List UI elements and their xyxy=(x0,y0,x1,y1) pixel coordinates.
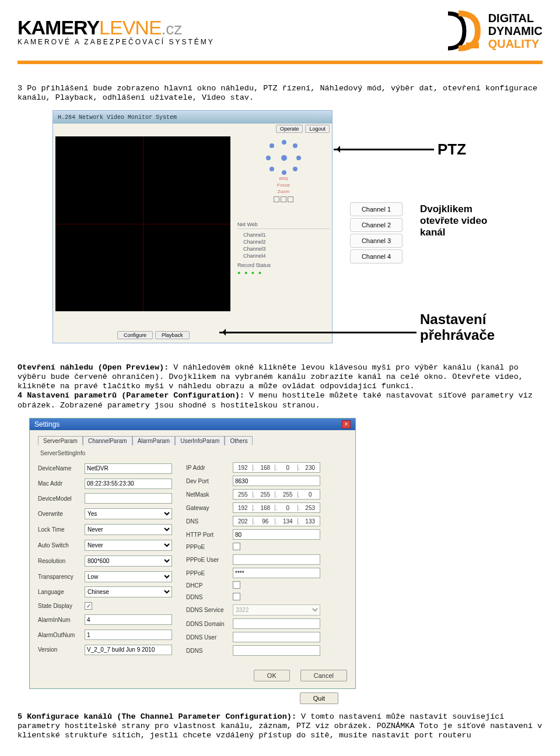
language-select[interactable]: Chinese xyxy=(85,586,172,597)
autoswitch-select[interactable]: Never xyxy=(85,540,172,551)
pppoepass-label: PPPoE xyxy=(186,570,233,576)
logo-text-cz: .cz xyxy=(162,20,183,38)
overwrite-label: Overwrite xyxy=(38,511,85,517)
window-titlebar: H.264 Network Video Monitor System xyxy=(53,111,332,124)
autoswitch-label: Auto Switch xyxy=(38,542,85,548)
httpport-field[interactable] xyxy=(233,529,320,540)
logo-text-kamery: KAMERY xyxy=(18,16,99,38)
dhcp-label: DHCP xyxy=(186,582,233,589)
ddnsuser-label: DDNS User xyxy=(186,634,233,641)
zoom-label[interactable]: Zoom xyxy=(278,189,289,194)
statedisplay-checkbox[interactable] xyxy=(85,602,92,610)
overwrite-select[interactable]: Yes xyxy=(85,508,172,519)
pppoepass-field[interactable] xyxy=(233,568,320,578)
annotation-doubleclick: Dvojklikem otevřete video kanál xyxy=(420,203,513,238)
dhcp-checkbox[interactable] xyxy=(233,581,240,589)
paragraph-3: 3 Po přihlášení bude zobrazeno hlavní ok… xyxy=(18,84,542,103)
devicemodel-field[interactable] xyxy=(85,493,172,504)
operate-button[interactable]: Operate xyxy=(276,125,303,133)
arrow-nastaveni xyxy=(219,332,416,333)
left-column: DeviceName Mac Addr DeviceModel Overwrit… xyxy=(38,462,172,656)
ddnsuser-field[interactable] xyxy=(233,632,320,642)
dns-label: DNS xyxy=(186,518,233,525)
close-icon[interactable]: × xyxy=(342,420,351,428)
pppoe-label: PPPoE xyxy=(186,544,233,550)
gateway-field[interactable]: 192.168.0.253 xyxy=(233,502,320,513)
ipaddr-field[interactable]: 192.168.0.230 xyxy=(233,462,320,473)
settings-tabs: ServerParam ChannelParam AlarmParam User… xyxy=(38,436,347,445)
ddq-icon xyxy=(432,10,485,51)
logo-text-levne: LEVNE xyxy=(99,16,162,38)
right-column: IP Addr 192.168.0.230 Dev Port NetMask 2… xyxy=(186,462,320,656)
record-status: Record Status ● ● ● ● xyxy=(237,262,271,276)
layout-icons[interactable] xyxy=(237,196,330,203)
ddns-checkbox[interactable] xyxy=(233,593,240,600)
svg-rect-0 xyxy=(466,43,479,48)
alarminnum-field[interactable] xyxy=(85,614,172,625)
devport-field[interactable] xyxy=(233,476,320,486)
pppoeuser-label: PPPoE User xyxy=(186,557,233,563)
transparency-select[interactable]: Low xyxy=(85,571,172,582)
httpport-label: HTTP Port xyxy=(186,532,233,538)
gateway-label: Gateway xyxy=(186,505,233,511)
paragraph-open-preview: Otevření náhledu (Open Preview): V náhle… xyxy=(18,363,542,410)
ddnsservice-select: 3322 xyxy=(233,604,320,616)
arrow-ptz xyxy=(334,149,434,150)
tab-alarmparam[interactable]: AlarmParam xyxy=(132,436,176,445)
devicename-field[interactable] xyxy=(85,463,172,474)
channel-tree-item[interactable]: Channel1 xyxy=(237,231,330,238)
logo-ddq: DIGITAL DYNAMIC QUALITY xyxy=(432,10,542,51)
channel-tree-item[interactable]: Channel4 xyxy=(237,252,330,259)
channel-button[interactable]: Channel 1 xyxy=(350,202,402,216)
channel-tree-item[interactable]: Channel3 xyxy=(237,245,330,252)
tab-serverparam[interactable]: ServerParam xyxy=(38,436,83,445)
logo-kamerylevne: KAMERYLEVNE.cz KAMEROVÉ A ZABEZPEČOVACÍ … xyxy=(18,16,215,46)
playback-button[interactable]: Playback xyxy=(155,331,190,339)
locktime-select[interactable]: Never xyxy=(85,524,172,535)
focus-label[interactable]: Focus xyxy=(277,182,290,188)
tab-userinfoparam[interactable]: UserInfoParam xyxy=(175,436,225,445)
netmask-field[interactable]: 255.255.255.0 xyxy=(233,489,320,500)
macaddr-label: Mac Addr xyxy=(38,480,85,487)
cancel-button[interactable]: Cancel xyxy=(300,670,347,681)
resolution-select[interactable]: 800*600 xyxy=(85,555,172,567)
page-header: KAMERYLEVNE.cz KAMEROVÉ A ZABEZPEČOVACÍ … xyxy=(0,0,560,56)
annotation-ptz: PTZ xyxy=(438,140,466,159)
channel-button[interactable]: Channel 3 xyxy=(350,234,402,248)
video-grid[interactable] xyxy=(55,136,230,311)
param-config-bold: 4 Nastavení parametrů (Parameter Configu… xyxy=(18,391,244,400)
channel-tree-item[interactable]: Channel2 xyxy=(237,238,330,245)
pppoeuser-field[interactable] xyxy=(233,554,320,565)
quit-button[interactable]: Quit xyxy=(300,692,338,704)
ptz-panel: IRIS Focus Zoom xyxy=(237,140,330,203)
devport-label: Dev Port xyxy=(186,478,233,484)
ddnsdomain-field[interactable] xyxy=(233,618,320,629)
ddns2-field[interactable] xyxy=(233,645,320,656)
ptz-compass[interactable] xyxy=(266,140,301,175)
tab-channelparam[interactable]: ChannelParam xyxy=(83,436,132,445)
version-field[interactable] xyxy=(85,645,172,655)
ok-button[interactable]: OK xyxy=(254,670,290,681)
ddnsdomain-label: DDNS Domain xyxy=(186,621,233,627)
open-preview-bold: Otevření náhledu (Open Preview): xyxy=(18,363,169,372)
channel-button[interactable]: Channel 2 xyxy=(350,218,402,232)
channel-config-bold: 5 Konfigurace kanálů (The Channel Parame… xyxy=(18,712,296,721)
tab-others[interactable]: Others xyxy=(225,436,253,445)
locktime-label: Lock Time xyxy=(38,526,85,533)
alarmoutnum-field[interactable] xyxy=(85,630,172,640)
figure-preview-window: H.264 Network Video Monitor System Opera… xyxy=(47,110,513,355)
logout-button[interactable]: Logout xyxy=(305,125,330,133)
iris-label[interactable]: IRIS xyxy=(279,176,288,181)
group-title: ServerSettingInfo xyxy=(40,450,347,456)
app-window: H.264 Network Video Monitor System Opera… xyxy=(52,110,332,343)
dns-field[interactable]: 202.96.134.133 xyxy=(233,516,320,526)
paragraph-channel-config: 5 Konfigurace kanálů (The Channel Parame… xyxy=(18,712,542,741)
macaddr-field[interactable] xyxy=(85,479,172,489)
transparency-label: Transparency xyxy=(38,574,85,580)
pppoe-checkbox[interactable] xyxy=(233,543,240,550)
status-leds: ● ● ● ● xyxy=(237,270,271,276)
channel-button[interactable]: Channel 4 xyxy=(350,249,402,263)
ddq-digital: DIGITAL xyxy=(488,12,542,24)
side-channel-list: Channel 1 Channel 2 Channel 3 Channel 4 xyxy=(350,201,402,265)
configure-button[interactable]: Configure xyxy=(117,331,153,339)
